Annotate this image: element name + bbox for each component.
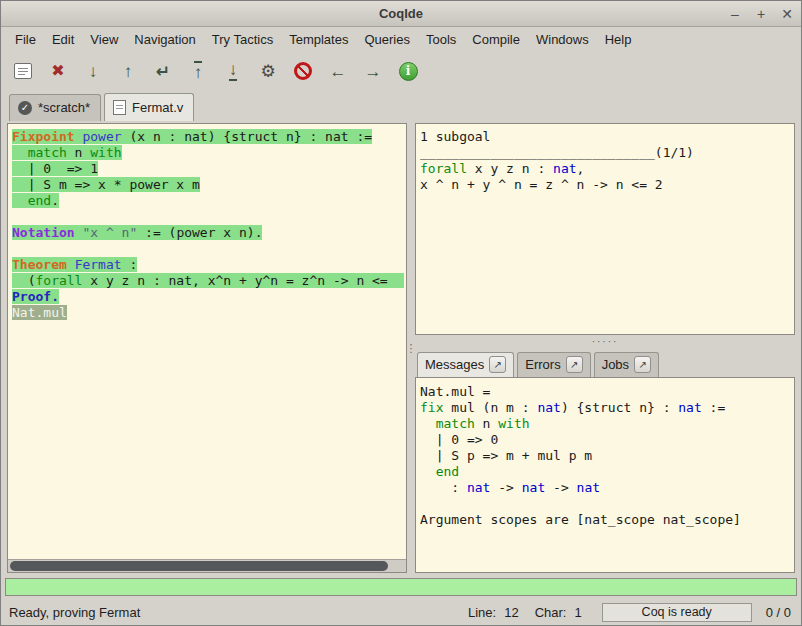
- menu-compile[interactable]: Compile: [464, 29, 528, 50]
- right-column: 1 subgoal______________________________(…: [415, 123, 795, 573]
- tab-messages-label: Messages: [425, 357, 484, 372]
- job-counter: 0 / 0: [766, 605, 791, 620]
- interrupt-button[interactable]: [289, 57, 317, 85]
- progress-bar: [5, 578, 797, 596]
- statusbar: Ready, proving Fermat Line: 12 Char: 1 C…: [1, 599, 801, 625]
- minimize-button[interactable]: –: [727, 7, 743, 21]
- script-editor[interactable]: Fixpoint power (x n : nat) {struct n} : …: [8, 124, 406, 559]
- tab-scratch[interactable]: ✓ *scratch*: [9, 94, 101, 121]
- editor-pane: Fixpoint power (x n : nat) {struct n} : …: [7, 123, 407, 573]
- menubar: File Edit View Navigation Try Tactics Te…: [1, 27, 801, 51]
- message-tabbar: Messages ↗ Errors ↗ Jobs ↗: [415, 347, 795, 377]
- close-button[interactable]: ✕: [779, 7, 795, 21]
- window-title: CoqIde: [379, 6, 423, 21]
- menu-help[interactable]: Help: [597, 29, 640, 50]
- tab-fermat-label: Fermat.v: [132, 100, 183, 115]
- arrow-down-icon: ↓: [89, 63, 98, 80]
- detach-errors-icon[interactable]: ↗: [566, 356, 583, 373]
- menu-tools[interactable]: Tools: [418, 29, 464, 50]
- status-text: Ready, proving Fermat: [9, 605, 452, 620]
- info-icon: i: [399, 62, 418, 81]
- menu-templates[interactable]: Templates: [281, 29, 356, 50]
- close-buffer-button[interactable]: ✖: [44, 57, 72, 85]
- return-arrow-icon: ↵: [156, 63, 170, 80]
- tab-jobs[interactable]: Jobs ↗: [594, 352, 659, 377]
- titlebar: CoqIde – + ✕: [1, 1, 801, 27]
- coqide-window: CoqIde – + ✕ File Edit View Navigation T…: [0, 0, 802, 626]
- maximize-button[interactable]: +: [753, 7, 769, 21]
- editor-tabbar: ✓ *scratch* Fermat.v: [1, 91, 801, 121]
- arrow-right-icon: →: [365, 63, 382, 80]
- editor-horizontal-scrollbar[interactable]: [8, 559, 406, 572]
- about-button[interactable]: i: [394, 57, 422, 85]
- scrollbar-thumb[interactable]: [10, 561, 388, 571]
- go-to-cursor-button[interactable]: ↵: [149, 57, 177, 85]
- tab-scratch-label: *scratch*: [38, 100, 90, 115]
- gear-icon: ⚙: [260, 63, 275, 80]
- next-button[interactable]: →: [359, 57, 387, 85]
- arrow-to-top-icon: ↑: [194, 61, 203, 81]
- line-value: 12: [504, 605, 518, 620]
- tab-messages[interactable]: Messages ↗: [417, 352, 514, 377]
- previous-button[interactable]: ←: [324, 57, 352, 85]
- tab-fermat[interactable]: Fermat.v: [104, 93, 194, 121]
- toolbar: ✖ ↓ ↑ ↵ ↑ ↓ ⚙ ← → i: [1, 51, 801, 91]
- restart-button[interactable]: ↑: [184, 57, 212, 85]
- main-area: Fixpoint power (x n : nat) {struct n} : …: [1, 121, 801, 575]
- char-value: 1: [574, 605, 581, 620]
- window-controls: – + ✕: [727, 1, 795, 26]
- tab-errors[interactable]: Errors ↗: [517, 352, 590, 377]
- messages-panel[interactable]: Nat.mul =fix mul (n m : nat) {struct n} …: [415, 377, 795, 573]
- menu-try-tactics[interactable]: Try Tactics: [204, 29, 281, 50]
- tab-errors-label: Errors: [525, 357, 560, 372]
- arrow-left-icon: ←: [330, 63, 347, 80]
- save-button[interactable]: [9, 57, 37, 85]
- document-icon: [14, 63, 32, 79]
- menu-edit[interactable]: Edit: [44, 29, 82, 50]
- horizontal-splitter[interactable]: ·····: [415, 335, 795, 347]
- menu-navigation[interactable]: Navigation: [126, 29, 203, 50]
- char-label: Char:: [535, 605, 567, 620]
- detach-messages-icon[interactable]: ↗: [489, 356, 506, 373]
- tab-jobs-label: Jobs: [602, 357, 629, 372]
- fully-check-button[interactable]: ⚙: [254, 57, 282, 85]
- menu-windows[interactable]: Windows: [528, 29, 597, 50]
- backward-one-command-button[interactable]: ↑: [114, 57, 142, 85]
- line-label: Line:: [468, 605, 496, 620]
- go-to-end-button[interactable]: ↓: [219, 57, 247, 85]
- detach-jobs-icon[interactable]: ↗: [634, 356, 651, 373]
- menu-file[interactable]: File: [7, 29, 44, 50]
- page-icon: [113, 100, 126, 115]
- goals-panel[interactable]: 1 subgoal______________________________(…: [415, 123, 795, 335]
- check-badge-icon: ✓: [18, 101, 32, 115]
- menu-queries[interactable]: Queries: [356, 29, 418, 50]
- stop-sign-icon: [294, 62, 312, 80]
- arrow-to-bottom-icon: ↓: [229, 61, 238, 81]
- arrow-up-icon: ↑: [124, 63, 133, 80]
- vertical-splitter[interactable]: ⋮: [407, 123, 415, 573]
- forward-one-command-button[interactable]: ↓: [79, 57, 107, 85]
- menu-view[interactable]: View: [82, 29, 126, 50]
- progress-area: [1, 575, 801, 599]
- close-x-icon: ✖: [51, 63, 64, 79]
- coq-status-indicator: Coq is ready: [602, 603, 752, 622]
